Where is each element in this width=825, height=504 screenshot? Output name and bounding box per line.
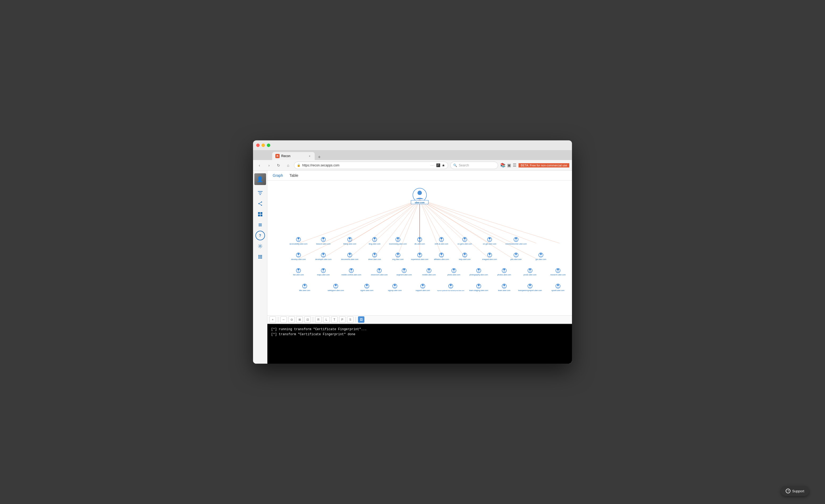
svg-point-117 <box>322 269 324 271</box>
layout-l-button[interactable]: L <box>323 316 329 323</box>
graph-area[interactable]: uber.com accessibility.uber.com <box>268 181 572 315</box>
export-image-button[interactable]: 🖼 <box>358 316 364 323</box>
svg-point-75 <box>489 238 491 239</box>
svg-rect-8 <box>260 215 262 216</box>
reload-button[interactable]: ↻ <box>275 162 282 169</box>
settings-sidebar-icon[interactable] <box>255 241 265 251</box>
tab-graph[interactable]: Graph <box>272 173 284 178</box>
svg-text:on-get1.uber.com: on-get1.uber.com <box>457 243 472 245</box>
svg-text:documents.uber.com: documents.uber.com <box>341 259 358 260</box>
svg-point-96 <box>419 253 421 255</box>
help-sidebar-icon[interactable]: ? <box>255 231 265 240</box>
layout-p-button[interactable]: P <box>339 316 346 323</box>
svg-point-63 <box>397 238 399 239</box>
svg-point-162 <box>450 284 452 286</box>
svg-text:segment.uber.com: segment.uber.com <box>396 274 412 276</box>
forward-button[interactable]: › <box>265 162 273 169</box>
home-button[interactable]: ⌂ <box>284 162 292 169</box>
svg-point-54 <box>322 238 324 239</box>
beta-badge: BETA: Free for non-commercial use <box>519 163 569 167</box>
svg-line-3 <box>259 202 261 203</box>
svg-point-0 <box>261 202 262 203</box>
grid-sidebar-icon[interactable] <box>255 209 265 219</box>
svg-text:gts.uber.com: gts.uber.com <box>536 259 546 261</box>
svg-text:accessibility.uber.com: accessibility.uber.com <box>289 243 307 245</box>
svg-text:boomerang.uber.com: boomerang.uber.com <box>389 243 407 245</box>
menu-icon[interactable]: ☰ <box>513 163 516 168</box>
graph-svg: uber.com accessibility.uber.com <box>268 181 572 315</box>
search-placeholder: Search <box>459 163 469 167</box>
svg-line-33 <box>420 200 559 243</box>
support-icon: ? <box>786 489 791 493</box>
svg-text:newsroom.uber.com: newsroom.uber.com <box>371 274 387 276</box>
svg-point-102 <box>464 253 466 255</box>
tab-table[interactable]: Table <box>288 173 299 178</box>
tab-close-button[interactable]: × <box>308 154 311 158</box>
zoom-fit-button[interactable]: ↔ <box>280 316 287 323</box>
svg-text:title.uber.com: title.uber.com <box>299 289 310 291</box>
svg-line-35 <box>322 200 420 259</box>
svg-point-111 <box>540 253 542 255</box>
svg-text:affiliates.uber.com: affiliates.uber.com <box>434 259 449 260</box>
svg-point-171 <box>529 284 531 286</box>
svg-line-28 <box>420 200 443 243</box>
layout-t-button[interactable]: T <box>331 316 338 323</box>
svg-line-40 <box>420 200 443 259</box>
fullscreen-button[interactable] <box>267 144 270 147</box>
svg-text:eng.uber.com: eng.uber.com <box>392 259 404 261</box>
svg-point-20 <box>260 258 261 259</box>
svg-line-44 <box>420 200 536 259</box>
close-button[interactable] <box>256 144 260 147</box>
list-sidebar-icon[interactable] <box>255 220 265 230</box>
select-button[interactable]: ⊞ <box>296 316 303 323</box>
svg-point-14 <box>260 255 261 256</box>
svg-point-129 <box>428 269 430 271</box>
layout-r-button[interactable]: R <box>315 316 322 323</box>
terminal-line-2: [*] transform "Certificate Fingerprint" … <box>271 332 568 337</box>
svg-point-138 <box>503 269 505 271</box>
svg-text:prod2.uber.com: prod2.uber.com <box>524 274 537 276</box>
add-node-button[interactable]: + <box>270 316 276 323</box>
svg-point-84 <box>322 253 324 255</box>
new-tab-button[interactable]: + <box>315 154 324 160</box>
svg-point-81 <box>297 253 299 255</box>
terminal-line-1: [*] running transform "Certificate Finge… <box>271 327 568 332</box>
svg-line-26 <box>396 200 420 243</box>
browser-content: 👤 ? <box>253 171 572 364</box>
url-text: https://recon.secapps.com <box>302 163 429 167</box>
svg-point-13 <box>258 255 259 256</box>
svg-point-12 <box>259 245 261 247</box>
pocket-icon[interactable]: 🅿 <box>436 163 440 167</box>
select-rect-button[interactable]: ⊡ <box>304 316 311 323</box>
support-button[interactable]: ? Support <box>781 486 809 496</box>
svg-point-87 <box>349 253 351 255</box>
svg-text:billing.uber.com: billing.uber.com <box>344 243 357 245</box>
search-box[interactable]: 🔍 Search <box>450 162 498 169</box>
svg-line-42 <box>420 200 490 259</box>
apps-sidebar-icon[interactable] <box>255 252 265 262</box>
library-icon[interactable]: 📚 <box>500 163 506 168</box>
bookmark-icon[interactable]: ★ <box>442 163 445 167</box>
share-sidebar-icon[interactable] <box>255 199 265 208</box>
title-bar <box>253 140 572 150</box>
filter-sidebar-icon[interactable] <box>255 188 265 198</box>
toolbar-icons: 📚 ▣ ☰ <box>500 163 516 168</box>
tab-label: Recon <box>281 154 291 158</box>
svg-point-123 <box>378 269 380 271</box>
zoom-in-button[interactable]: ⊙ <box>288 316 295 323</box>
svg-rect-6 <box>260 212 262 214</box>
back-button[interactable]: ‹ <box>256 162 263 169</box>
svg-text:dls.uber.com: dls.uber.com <box>415 243 425 245</box>
more-options-icon[interactable]: ··· <box>431 163 435 167</box>
active-tab[interactable]: R Recon × <box>272 152 315 160</box>
svg-point-60 <box>374 238 376 239</box>
terminal[interactable]: [*] running transform "Certificate Finge… <box>268 324 572 364</box>
address-bar[interactable]: 🔒 https://recon.secapps.com ··· 🅿 ★ <box>294 162 448 169</box>
svg-point-120 <box>350 269 352 271</box>
svg-point-174 <box>557 284 559 286</box>
graph-toolbar: + ↔ ⊙ ⊞ ⊡ R L T P S 🖼 <box>268 315 572 324</box>
svg-point-126 <box>403 269 405 271</box>
minimize-button[interactable] <box>261 144 265 147</box>
sidebar-toggle-icon[interactable]: ▣ <box>507 163 511 168</box>
layout-s-button[interactable]: S <box>347 316 354 323</box>
